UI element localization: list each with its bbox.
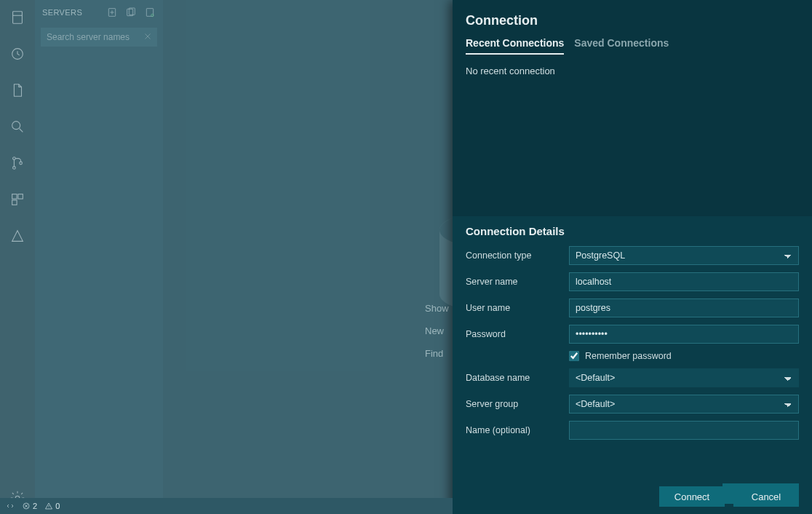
svg-rect-8 (12, 194, 17, 199)
connection-tabs: Recent Connections Saved Connections (453, 37, 812, 55)
label-database-name: Database name (466, 373, 562, 383)
tab-recent-connections[interactable]: Recent Connections (466, 37, 564, 55)
connection-details-title: Connection Details (453, 216, 812, 243)
activity-azure-icon[interactable] (6, 224, 29, 248)
status-bar: 2 0 (0, 498, 453, 514)
password-input[interactable] (569, 325, 799, 344)
activity-source-control-icon[interactable] (6, 151, 29, 175)
svg-rect-10 (12, 200, 17, 205)
remember-password-checkbox[interactable] (569, 351, 579, 361)
servers-sidebar: SERVERS (35, 0, 163, 514)
connection-panel: Connection Recent Connections Saved Conn… (453, 0, 812, 514)
label-remember-password: Remember password (585, 351, 672, 361)
svg-line-4 (20, 129, 23, 133)
remote-indicator-icon[interactable] (6, 502, 15, 510)
svg-point-7 (20, 162, 23, 165)
server-group-select[interactable]: <Default> (569, 395, 799, 414)
new-group-icon[interactable] (125, 7, 137, 18)
activity-extensions-icon[interactable] (6, 188, 29, 211)
label-server-name: Server name (466, 277, 562, 287)
activity-recent-icon[interactable] (6, 42, 29, 66)
connection-details: Connection Details Connection type Postg… (453, 216, 812, 514)
connection-name-input[interactable] (569, 421, 799, 440)
tab-saved-connections[interactable]: Saved Connections (574, 37, 669, 55)
status-warnings[interactable]: 0 (44, 502, 60, 510)
database-name-select[interactable]: <Default> (569, 368, 799, 387)
welcome-link-1[interactable]: Show (425, 303, 449, 314)
svg-rect-9 (18, 194, 23, 199)
search-input[interactable] (41, 28, 157, 47)
connect-button[interactable]: Connect (659, 486, 725, 507)
svg-point-3 (12, 122, 20, 130)
server-name-input[interactable] (569, 272, 799, 291)
activity-search-icon[interactable] (6, 115, 29, 138)
welcome-link-3[interactable]: Find (425, 348, 449, 359)
recent-connections-empty: No recent connection (453, 55, 812, 87)
activity-bar (0, 0, 35, 514)
svg-point-6 (13, 167, 16, 170)
activity-explorer-icon[interactable] (6, 79, 29, 102)
sidebar-header: SERVERS (35, 0, 163, 25)
cancel-button[interactable]: Cancel (733, 486, 799, 507)
status-errors[interactable]: 2 (22, 502, 37, 510)
label-connection-type: Connection type (466, 250, 562, 261)
activity-servers-icon[interactable] (6, 6, 29, 29)
svg-rect-0 (13, 12, 23, 24)
refresh-servers-icon[interactable] (144, 7, 156, 18)
label-password: Password (466, 329, 562, 339)
label-server-group: Server group (466, 399, 562, 409)
user-name-input[interactable] (569, 298, 799, 317)
sidebar-title: SERVERS (42, 8, 99, 17)
label-name-optional: Name (optional) (466, 425, 562, 435)
svg-point-5 (13, 157, 16, 160)
sidebar-search (41, 28, 157, 47)
welcome-links: Show New Find (425, 303, 449, 359)
connection-type-select[interactable]: PostgreSQL (569, 246, 799, 265)
welcome-link-2[interactable]: New (425, 325, 449, 336)
svg-rect-17 (146, 9, 153, 17)
new-connection-icon[interactable] (106, 7, 118, 18)
connection-title: Connection (453, 0, 812, 37)
clear-search-icon[interactable] (143, 31, 153, 41)
label-user-name: User name (466, 303, 562, 313)
